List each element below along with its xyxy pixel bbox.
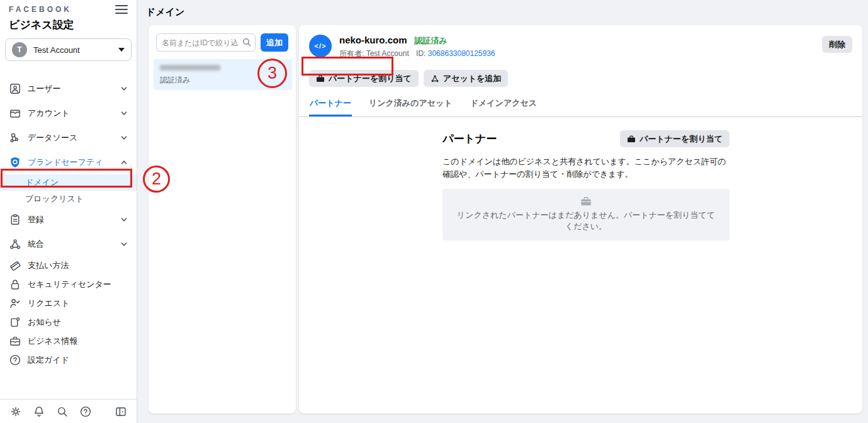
sidebar-item-integrations[interactable]: 統合 (0, 232, 137, 256)
search-icon (242, 38, 251, 47)
briefcase-icon (9, 335, 21, 347)
avatar: T (12, 42, 27, 57)
sidebar-item-label: ブランドセーフティ (28, 157, 114, 168)
sidebar-item-brand-safety[interactable]: ブランドセーフティ (0, 150, 137, 174)
question-icon (9, 354, 21, 366)
chevron-down-icon (120, 134, 128, 142)
sidebar-nav: ユーザー アカウント データソース ブランドセーフティ ドメイン (0, 61, 137, 369)
id-value[interactable]: 3068633080125936 (428, 49, 495, 58)
assign-partner-button-secondary[interactable]: パートナーを割り当て (620, 130, 730, 147)
detail-tabs: パートナー リンク済みのアセット ドメインアクセス (299, 92, 862, 117)
owner-label: 所有者: (339, 49, 364, 58)
sidebar-item-label: ビジネス情報 (28, 336, 128, 347)
chevron-down-icon (120, 110, 128, 117)
user-icon (9, 82, 21, 95)
chevron-down-icon (120, 240, 128, 248)
clipboard-icon (9, 213, 21, 226)
briefcase-icon (580, 196, 592, 207)
business-settings-app: FACEBOOK ビジネス設定 T Test Account ユーザー アカウン… (0, 0, 868, 423)
integration-icon (9, 238, 21, 251)
assign-partner-label: パートナーを割り当て (640, 133, 723, 145)
sidebar-item-label: 統合 (28, 239, 114, 250)
facebook-logo: FACEBOOK (9, 5, 72, 14)
sidebar-item-business-info[interactable]: ビジネス情報 (0, 332, 137, 351)
add-domain-button[interactable]: 追加 (261, 33, 288, 52)
sidebar-item-label: 登録 (28, 214, 114, 225)
tab-linked-assets[interactable]: リンク済みのアセット (368, 92, 453, 116)
chevron-down-icon (120, 85, 128, 93)
domain-owner-line: 所有者: Test Account ID: 3068633080125936 (339, 48, 495, 59)
briefcase-icon (627, 135, 636, 144)
partner-section-title: パートナー (442, 132, 497, 146)
hamburger-menu-icon[interactable] (115, 5, 128, 14)
chevron-up-icon (120, 159, 128, 166)
sidebar-item-label: アカウント (28, 108, 114, 119)
bell-icon[interactable] (33, 405, 45, 418)
collapse-panel-icon[interactable] (115, 405, 127, 418)
sidebar-item-label: セキュリティセンター (28, 279, 128, 290)
announcement-icon (9, 316, 21, 329)
add-asset-label: アセットを追加 (443, 73, 502, 84)
payment-icon (9, 259, 21, 272)
tab-partners[interactable]: パートナー (309, 92, 352, 116)
page-title: ドメイン (146, 6, 184, 18)
domain-list-item[interactable]: 認証済み (154, 59, 292, 90)
domain-list-panel: 追加 認証済み (149, 25, 296, 414)
sidebar-item-requests[interactable]: リクエスト (0, 294, 137, 313)
asset-nodes-icon (431, 74, 439, 83)
account-box-icon (9, 107, 21, 120)
sidebar-item-label: データソース (28, 132, 114, 144)
assign-partner-label: パートナーを割り当て (329, 73, 412, 84)
account-name: Test Account (33, 45, 112, 55)
account-selector[interactable]: T Test Account (5, 38, 132, 61)
sidebar-title: ビジネス設定 (0, 14, 137, 32)
verified-badge: 認証済み (415, 35, 448, 47)
empty-partners-box: リンクされたパートナーはまだありません。パートナーを割り当ててください。 (442, 189, 730, 240)
domain-detail-panel: </> neko-kuro.com 認証済み 所有者: Test Account… (299, 25, 862, 414)
lock-icon (9, 278, 21, 291)
empty-partners-message: リンクされたパートナーはまだありません。パートナーを割り当ててください。 (455, 210, 717, 232)
search-icon[interactable] (56, 405, 69, 418)
sidebar-item-label: リクエスト (28, 298, 128, 309)
person-check-icon (9, 297, 21, 310)
sidebar-item-label: 設定ガイド (28, 354, 128, 366)
sidebar-item-payment-methods[interactable]: 支払い方法 (0, 256, 137, 275)
domain-name-redacted (160, 65, 220, 70)
sidebar-item-notifications[interactable]: お知らせ (0, 313, 137, 332)
owner-name: Test Account (366, 49, 409, 58)
sidebar-item-registrations[interactable]: 登録 (0, 207, 137, 232)
sidebar-item-label: ユーザー (28, 83, 114, 94)
sidebar-item-data-sources[interactable]: データソース (0, 125, 137, 150)
domain-filter-input[interactable] (156, 33, 256, 52)
sidebar-item-accounts[interactable]: アカウント (0, 101, 137, 125)
shield-icon (9, 156, 21, 169)
add-asset-button[interactable]: アセットを追加 (424, 70, 509, 87)
sidebar-item-security-center[interactable]: セキュリティセンター (0, 275, 137, 294)
sidebar-item-label: ドメイン (25, 177, 128, 188)
sidebar-item-label: ブロックリスト (25, 193, 128, 205)
sidebar-item-domains[interactable]: ドメイン (0, 174, 137, 191)
caret-down-icon (118, 48, 125, 52)
assign-partner-button[interactable]: パートナーを割り当て (309, 70, 419, 87)
code-icon: </> (309, 35, 332, 57)
sidebar: FACEBOOK ビジネス設定 T Test Account ユーザー アカウン… (0, 0, 137, 423)
sidebar-item-label: お知らせ (28, 317, 128, 328)
id-label: ID: (416, 49, 426, 58)
help-icon[interactable] (79, 405, 92, 418)
data-source-icon (9, 132, 21, 144)
tab-domain-access[interactable]: ドメインアクセス (470, 92, 538, 116)
delete-button[interactable]: 削除 (822, 36, 852, 53)
gear-icon[interactable] (9, 405, 22, 418)
briefcase-icon (316, 74, 325, 83)
sidebar-item-label: 支払い方法 (28, 260, 128, 271)
sidebar-item-setup-guide[interactable]: 設定ガイド (0, 351, 137, 369)
sidebar-item-block-lists[interactable]: ブロックリスト (0, 191, 137, 207)
domain-name: neko-kuro.com (339, 35, 407, 45)
sidebar-footer (0, 399, 137, 423)
sidebar-item-users[interactable]: ユーザー (0, 76, 137, 101)
domain-status: 認証済み (160, 75, 286, 86)
chevron-down-icon (120, 216, 128, 223)
partner-section-description: このドメインは他のビジネスと共有されています。ここからアクセス許可の確認や、パー… (442, 155, 730, 181)
